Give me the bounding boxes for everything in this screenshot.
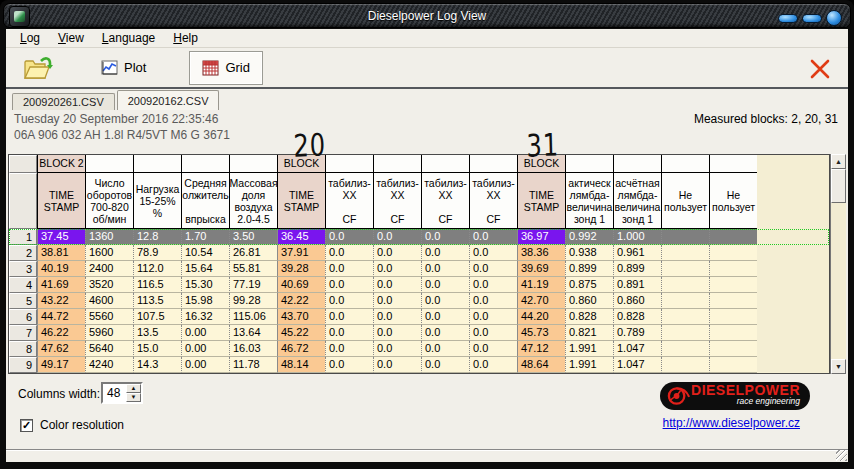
table-cell[interactable]: 4240 xyxy=(85,357,133,373)
table-cell[interactable]: 44.72 xyxy=(37,309,85,325)
resize-grip[interactable] xyxy=(836,450,847,461)
scroll-down-button[interactable]: ▼ xyxy=(831,359,846,374)
title-bar[interactable]: Dieselpower Log View xyxy=(3,3,851,28)
tab-200920261[interactable]: 200920261.CSV xyxy=(12,93,115,110)
table-cell[interactable]: 15.30 xyxy=(181,277,229,293)
table-cell[interactable]: 46.72 xyxy=(277,341,325,357)
table-cell[interactable]: 48.64 xyxy=(517,357,565,373)
minimize-button[interactable] xyxy=(778,14,798,23)
table-cell[interactable]: 44.20 xyxy=(517,309,565,325)
table-cell[interactable]: 1.047 xyxy=(613,357,661,373)
table-cell[interactable]: 1360 xyxy=(85,229,133,245)
table-cell[interactable]: 0.0 xyxy=(373,357,421,373)
table-cell[interactable]: 112.0 xyxy=(133,261,181,277)
table-cell[interactable]: 42.70 xyxy=(517,293,565,309)
table-cell[interactable]: 37.91 xyxy=(277,245,325,261)
table-cell[interactable]: 0.828 xyxy=(613,309,661,325)
table-cell[interactable]: 0.00 xyxy=(181,341,229,357)
row-number[interactable]: 6 xyxy=(9,309,37,325)
table-cell[interactable]: 5560 xyxy=(85,309,133,325)
table-cell[interactable]: 13.5 xyxy=(133,325,181,341)
dieselpower-link[interactable]: http://www.dieselpower.cz xyxy=(663,416,800,430)
table-cell[interactable] xyxy=(709,229,757,245)
table-cell[interactable]: 0.0 xyxy=(325,293,373,309)
table-cell[interactable] xyxy=(661,277,709,293)
table-cell[interactable]: 12.8 xyxy=(133,229,181,245)
table-cell[interactable]: 0.0 xyxy=(469,357,517,373)
table-cell[interactable]: 0.0 xyxy=(421,261,469,277)
table-cell[interactable]: 1.047 xyxy=(613,341,661,357)
table-cell[interactable] xyxy=(661,325,709,341)
row-number[interactable]: 5 xyxy=(9,293,37,309)
table-cell[interactable]: 10.54 xyxy=(181,245,229,261)
vertical-scrollbar[interactable]: ▲ ▼ xyxy=(830,154,846,374)
table-cell[interactable]: 0.0 xyxy=(373,309,421,325)
table-cell[interactable]: 11.78 xyxy=(229,357,277,373)
table-cell[interactable] xyxy=(709,357,757,373)
table-cell[interactable]: 39.69 xyxy=(517,261,565,277)
table-cell[interactable]: 0.821 xyxy=(565,325,613,341)
table-cell[interactable]: 0.00 xyxy=(181,325,229,341)
table-cell[interactable]: 0.0 xyxy=(373,245,421,261)
table-cell[interactable]: 55.81 xyxy=(229,261,277,277)
table-cell[interactable]: 16.32 xyxy=(181,309,229,325)
row-number[interactable]: 7 xyxy=(9,325,37,341)
table-cell[interactable]: 0.899 xyxy=(565,261,613,277)
table-cell[interactable]: 0.992 xyxy=(565,229,613,245)
table-cell[interactable]: 0.0 xyxy=(469,325,517,341)
table-cell[interactable]: 15.64 xyxy=(181,261,229,277)
table-cell[interactable]: 43.22 xyxy=(37,293,85,309)
row-number[interactable]: 9 xyxy=(9,357,37,373)
menu-view[interactable]: View xyxy=(50,30,92,46)
columns-width-value[interactable]: 48 xyxy=(103,384,126,402)
table-cell[interactable]: 16.03 xyxy=(229,341,277,357)
table-cell[interactable]: 0.0 xyxy=(325,357,373,373)
table-cell[interactable]: 0.0 xyxy=(469,229,517,245)
table-cell[interactable]: 0.0 xyxy=(325,229,373,245)
table-cell[interactable] xyxy=(709,325,757,341)
row-number[interactable]: 1 xyxy=(9,229,37,245)
table-cell[interactable] xyxy=(709,277,757,293)
table-cell[interactable]: 0.860 xyxy=(613,293,661,309)
table-cell[interactable] xyxy=(661,261,709,277)
table-cell[interactable]: 46.22 xyxy=(37,325,85,341)
table-cell[interactable]: 0.0 xyxy=(325,277,373,293)
table-cell[interactable]: 48.14 xyxy=(277,357,325,373)
menu-log[interactable]: Log xyxy=(12,30,48,46)
row-number[interactable]: 4 xyxy=(9,277,37,293)
table-cell[interactable] xyxy=(709,341,757,357)
stepper-up-button[interactable]: ▲ xyxy=(126,384,141,393)
table-cell[interactable]: 0.891 xyxy=(613,277,661,293)
table-cell[interactable]: 5960 xyxy=(85,325,133,341)
table-cell[interactable]: 0.0 xyxy=(325,245,373,261)
tab-200920162[interactable]: 200920162.CSV xyxy=(117,90,220,110)
table-cell[interactable]: 36.45 xyxy=(277,229,325,245)
close-log-button[interactable] xyxy=(808,57,832,81)
table-cell[interactable]: 40.19 xyxy=(37,261,85,277)
table-cell[interactable]: 0.0 xyxy=(421,229,469,245)
table-cell[interactable]: 116.5 xyxy=(133,277,181,293)
table-cell[interactable]: 40.69 xyxy=(277,277,325,293)
plot-button[interactable]: Plot xyxy=(88,51,159,85)
menu-help[interactable]: Help xyxy=(165,30,206,46)
table-cell[interactable] xyxy=(709,309,757,325)
table-cell[interactable]: 14.3 xyxy=(133,357,181,373)
table-cell[interactable]: 47.12 xyxy=(517,341,565,357)
table-cell[interactable]: 13.64 xyxy=(229,325,277,341)
table-cell[interactable]: 15.98 xyxy=(181,293,229,309)
table-cell[interactable]: 0.0 xyxy=(373,229,421,245)
table-cell[interactable]: 77.19 xyxy=(229,277,277,293)
table-cell[interactable]: 1.991 xyxy=(565,357,613,373)
table-cell[interactable] xyxy=(661,309,709,325)
table-cell[interactable]: 0.860 xyxy=(565,293,613,309)
table-cell[interactable]: 107.5 xyxy=(133,309,181,325)
table-cell[interactable] xyxy=(709,261,757,277)
maximize-button[interactable] xyxy=(802,14,822,23)
table-cell[interactable]: 0.00 xyxy=(181,357,229,373)
menu-language[interactable]: Language xyxy=(94,30,163,46)
table-cell[interactable] xyxy=(661,357,709,373)
table-cell[interactable]: 0.0 xyxy=(469,277,517,293)
grid-button[interactable]: Grid xyxy=(189,51,263,85)
table-cell[interactable]: 1.991 xyxy=(565,341,613,357)
columns-width-stepper[interactable]: 48 ▲ ▼ xyxy=(101,382,143,404)
